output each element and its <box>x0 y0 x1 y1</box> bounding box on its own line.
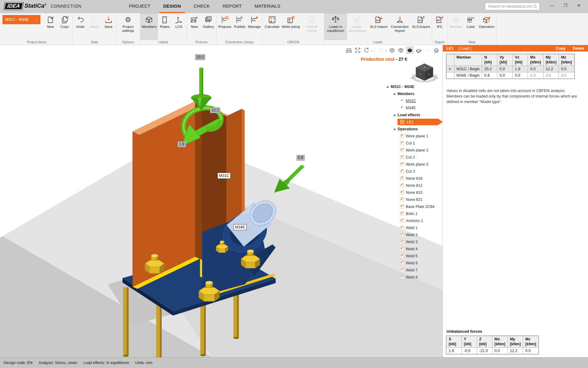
restore-button[interactable]: ❐ <box>559 1 572 9</box>
table-row[interactable]: M34E / Begin0.90.00.00.00.00.0 <box>446 72 575 79</box>
checkbox-checked-icon[interactable]: ✔ <box>400 148 406 153</box>
checkbox-checked-icon[interactable]: ✔ <box>400 274 406 280</box>
tree-item-weld-8[interactable]: ✔Weld 8 <box>385 274 443 281</box>
3d-viewport[interactable]: ⌄⌄ Production cost - 27 € Z -X Y 20.2 <box>0 45 443 357</box>
ribbon-button-ifc[interactable]: IFCIFC <box>433 13 447 40</box>
ribbon-button-copy[interactable]: Copy <box>58 13 72 40</box>
tree-section-operations[interactable]: ◢Operations <box>385 125 443 132</box>
checkbox-checked-icon[interactable]: ✔ <box>400 197 406 202</box>
value-cell[interactable]: 0.0 <box>497 72 513 79</box>
chevron-down-icon[interactable]: ⌄ <box>370 48 373 52</box>
measure-button[interactable] <box>345 46 352 54</box>
checkbox-checked-icon[interactable]: ✔ <box>400 211 406 217</box>
ribbon-button-publish[interactable]: Publish <box>233 13 247 40</box>
checkbox-checked-icon[interactable]: ✔ <box>400 246 406 252</box>
tab-project[interactable]: PROJECT <box>125 0 154 13</box>
delete-load-button[interactable]: Delete <box>573 46 584 51</box>
ribbon-button-calculate[interactable]: Calculate <box>263 13 281 40</box>
value-cell[interactable]: 0.9 <box>482 72 497 79</box>
tree-item-weld-5[interactable]: ✔Weld 5 <box>385 252 443 259</box>
ribbon-button-new[interactable]: New <box>187 13 202 40</box>
table-row[interactable]: >M31C / Begin20.20.01.90.012.20.0 <box>446 66 575 72</box>
checkbox-checked-icon[interactable]: ✔ <box>400 140 406 146</box>
clip-view-button[interactable] <box>415 46 423 54</box>
value-cell[interactable]: 0.0 <box>528 66 543 72</box>
ribbon-button-connection-import[interactable]: Connection Import <box>389 13 411 40</box>
tree-item-weld-6[interactable]: ✔Weld 6 <box>385 259 443 266</box>
tab-check[interactable]: CHECK <box>190 0 214 13</box>
copy-load-button[interactable]: Copy <box>556 46 565 51</box>
ribbon-button-xls-import[interactable]: XLSXLS Import <box>369 13 389 40</box>
value-cell[interactable]: 0.0 <box>543 72 559 79</box>
tree-item-bolts-1[interactable]: ✔Bolts 1 <box>385 210 443 217</box>
ribbon-button-plates[interactable]: Plates <box>158 13 172 40</box>
ribbon-button-operation[interactable]: Operation <box>478 13 496 40</box>
tree-item-weld-3[interactable]: ✔Weld 3 <box>385 238 443 245</box>
tree-item-work-plane-2[interactable]: ✔Work plane 2 <box>385 147 443 154</box>
checkbox-checked-icon[interactable]: ✔ <box>400 162 406 167</box>
checkbox-checked-icon[interactable]: ✔ <box>400 218 406 224</box>
tab-materials[interactable]: MATERIALS <box>251 0 284 13</box>
checkbox-checked-icon[interactable]: ✔ <box>400 120 404 124</box>
transparent-view-button[interactable] <box>397 46 405 54</box>
minimize-button[interactable]: — <box>545 1 559 9</box>
ribbon-button-member[interactable]: Member <box>448 13 464 40</box>
3d-scene[interactable] <box>0 45 443 357</box>
ribbon-button-loads-in-equilibrium[interactable]: Loads in equilibrium <box>325 13 347 40</box>
checkbox-checked-icon[interactable]: ✔ <box>400 155 406 160</box>
tree-item-base-plate-2c84[interactable]: ✔Base Plate 2C84 <box>385 203 443 210</box>
checkbox-checked-icon[interactable]: ✔ <box>400 190 406 195</box>
checkbox-checked-icon[interactable]: ✔ <box>400 176 406 181</box>
tree-item-cut-1[interactable]: ✔Cut 1 <box>385 140 443 147</box>
member-cell[interactable]: M31C / Begin <box>454 66 482 72</box>
value-cell[interactable]: 0.0 <box>528 72 543 79</box>
tree-item-weld-4[interactable]: ✔Weld 4 <box>385 245 443 252</box>
checkbox-checked-icon[interactable]: ✔ <box>400 105 406 111</box>
tab-design[interactable]: DESIGN <box>159 0 185 13</box>
ribbon-button-save[interactable]: Save <box>101 13 115 40</box>
checkbox-checked-icon[interactable]: ✔ <box>400 239 406 245</box>
tree-item-work-plane-1[interactable]: ✔Work plane 1 <box>385 132 443 140</box>
tree-item-none-812[interactable]: ✔None 812 <box>385 182 443 189</box>
checkbox-checked-icon[interactable]: ✔ <box>400 183 406 188</box>
checkbox-checked-icon[interactable]: ✔ <box>400 133 406 139</box>
ribbon-button-redo[interactable]: Redo <box>87 13 101 40</box>
ribbon-button-weld-sizing[interactable]: Weld sizing <box>281 13 301 40</box>
tree-item-cut-3[interactable]: ✔Cut 3 <box>385 168 443 175</box>
value-cell[interactable]: 0.0 <box>513 72 528 79</box>
ribbon-button-gallery[interactable]: Gallery <box>202 13 216 40</box>
mirror-modify-button[interactable] <box>424 46 432 54</box>
ribbon-button-lcs[interactable]: LCS <box>172 13 186 40</box>
ribbon-button-xls-export[interactable]: XLSXLS Export <box>411 13 431 40</box>
member-cell[interactable]: M34E / Begin <box>454 72 482 79</box>
selected-item-banner[interactable]: ✔LE1 <box>398 119 443 125</box>
value-cell[interactable]: 20.2 <box>482 66 497 72</box>
tree-item-m31c[interactable]: ✔M31C <box>385 97 443 104</box>
tree-item-weld-2[interactable]: ✔Weld 2 <box>385 231 443 238</box>
ribbon-button-undo[interactable]: Undo <box>73 13 87 40</box>
rotate-view-button[interactable] <box>363 46 370 54</box>
ribbon-button-propose[interactable]: Propose <box>217 13 233 40</box>
solid-view-button[interactable] <box>406 46 414 54</box>
value-cell[interactable]: 12.2 <box>543 66 559 72</box>
ribbon-button-load[interactable]: Load <box>464 13 478 40</box>
expander-icon[interactable]: ◢ <box>393 92 398 95</box>
checkbox-checked-icon[interactable]: ✔ <box>400 98 406 104</box>
checkbox-checked-icon[interactable]: ✔ <box>400 232 406 238</box>
tree-item-none-816[interactable]: ✔None 816 <box>385 175 443 182</box>
value-cell[interactable]: 0.0 <box>559 66 575 72</box>
tree-item-weld-7[interactable]: ✔Weld 7 <box>385 266 443 274</box>
ribbon-button-members[interactable]: Members <box>141 13 158 40</box>
expander-icon[interactable]: ◢ <box>393 128 398 130</box>
tree-item-none-921[interactable]: ✔None 921 <box>385 196 443 203</box>
tree-section-members[interactable]: ◢Members <box>385 90 443 97</box>
checkbox-checked-icon[interactable]: ✔ <box>400 260 406 266</box>
tab-report[interactable]: REPORT <box>219 0 246 13</box>
section-box-button[interactable] <box>377 46 385 54</box>
checkbox-checked-icon[interactable]: ✔ <box>400 204 406 209</box>
search-input[interactable] <box>488 4 533 9</box>
value-cell[interactable]: 0.0 <box>559 72 575 79</box>
tree-item-cut-2[interactable]: ✔Cut 2 <box>385 154 443 161</box>
checkbox-checked-icon[interactable]: ✔ <box>400 267 406 273</box>
tree-section-load-effects[interactable]: ◢Load effects <box>385 111 443 118</box>
